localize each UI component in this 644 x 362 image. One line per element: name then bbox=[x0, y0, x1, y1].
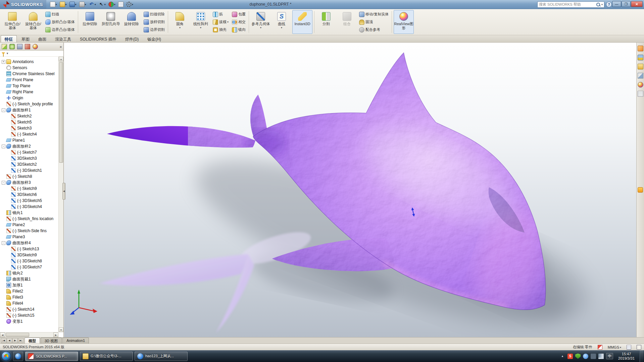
print-button[interactable]: ▾ bbox=[78, 1, 87, 8]
ribbon-button-refgeom[interactable]: 参考几何体▾ bbox=[251, 10, 271, 34]
command-tab-5[interactable]: 焊件(D) bbox=[121, 35, 143, 42]
start-button[interactable] bbox=[1, 351, 11, 361]
feature-tree-item[interactable]: 镜向1 bbox=[1, 210, 58, 216]
filter-dropdown-icon[interactable]: ▼ bbox=[6, 52, 9, 55]
ribbon-button-hole-wizard[interactable]: 异型孔向导 bbox=[101, 10, 121, 34]
scroll-right-icon[interactable]: ▶ bbox=[53, 332, 58, 337]
ribbon-button-boss-revolve[interactable]: 旋转凸台/基体 bbox=[23, 10, 43, 34]
rebuild-button[interactable]: ▾ bbox=[107, 1, 116, 8]
tree-expander-icon[interactable]: - bbox=[2, 145, 5, 148]
feature-tree-item[interactable]: 3DSketch9 bbox=[1, 252, 58, 258]
scroll-down-icon[interactable]: ▼ bbox=[59, 327, 63, 332]
ribbon-button-realview[interactable]: RealView图形 bbox=[394, 10, 414, 34]
feature-tree-item[interactable]: Origin bbox=[1, 95, 58, 101]
feature-tree-item[interactable]: 镜向2 bbox=[1, 270, 58, 276]
feature-tree-item[interactable]: (-) 3DSketch7 bbox=[1, 264, 58, 270]
ribbon-button-curves[interactable]: 曲线▾ bbox=[271, 10, 292, 34]
model-tab-nav-0[interactable]: |◀ bbox=[1, 338, 6, 343]
feature-tree-item[interactable]: (-) Sketch13 bbox=[1, 246, 58, 252]
feature-tree-item[interactable]: (-) Sketch8 bbox=[1, 173, 58, 179]
ribbon-button-materef[interactable]: 配合参考 bbox=[358, 26, 390, 34]
taskbar-app-0[interactable]: SOLIDWORKS P... bbox=[25, 352, 78, 361]
displaymanager-tab-icon[interactable] bbox=[33, 44, 38, 49]
feature-tree-item[interactable]: (-) Sketch-Side fins bbox=[1, 228, 58, 234]
ribbon-button-draft[interactable]: 拔模▾ bbox=[211, 18, 230, 26]
model-tab-nav-1[interactable]: ◀ bbox=[7, 338, 12, 343]
ribbon-button-movecopy[interactable]: 移动/复制实体 bbox=[358, 11, 390, 18]
ribbon-button-cut-sweep[interactable]: 扫描切除 bbox=[142, 11, 166, 18]
dropdown-arrow-icon[interactable]: ▾ bbox=[200, 26, 201, 29]
ribbon-button-wrap[interactable]: 包覆 bbox=[231, 11, 247, 18]
dropdown-arrow-icon[interactable]: ▾ bbox=[281, 26, 282, 29]
minimize-button[interactable]: — bbox=[612, 1, 621, 7]
dropdown-arrow-icon[interactable]: ▾ bbox=[114, 3, 115, 6]
shield-icon[interactable] bbox=[575, 354, 581, 359]
featuremanager-tab-icon[interactable] bbox=[2, 44, 7, 49]
taskbar-app-1[interactable]: G:\微信公众号\3-... bbox=[80, 352, 133, 361]
feature-tree-item[interactable]: Plane2 bbox=[1, 222, 58, 228]
feature-tree-item[interactable]: (-) 3DSketch4 bbox=[1, 204, 58, 210]
ribbon-button-loft[interactable]: 放样凸台/基体 bbox=[44, 18, 76, 26]
dropdown-arrow-icon[interactable]: ▾ bbox=[179, 26, 181, 29]
ribbon-button-fillet[interactable]: 圆角▾ bbox=[170, 10, 190, 34]
file-explorer-icon[interactable] bbox=[638, 64, 643, 69]
feature-tree-item[interactable]: (-) 3DSketch5 bbox=[1, 198, 58, 204]
task-pane-extra-icon[interactable] bbox=[638, 187, 643, 193]
feature-tree-item[interactable]: (-) Sketch_fins location bbox=[1, 216, 58, 222]
taskbar-app-2[interactable]: hao123_上网从... bbox=[135, 352, 188, 361]
dropdown-arrow-icon[interactable]: ▾ bbox=[227, 20, 229, 23]
feature-tree-item[interactable]: -曲面放样4 bbox=[1, 240, 58, 246]
dropdown-arrow-icon[interactable]: ▾ bbox=[85, 3, 86, 6]
command-tab-6[interactable]: 钣金(H) bbox=[143, 35, 165, 42]
model-tab-0[interactable]: 模型 bbox=[24, 338, 40, 344]
feature-tree-item[interactable]: 3DSketch6 bbox=[1, 192, 58, 198]
dropdown-arrow-icon[interactable]: ▾ bbox=[260, 26, 261, 29]
feature-tree-item[interactable]: 3DSketch3 bbox=[1, 155, 58, 161]
tree-horizontal-scrollbar[interactable]: ◀ ▶ bbox=[0, 332, 58, 337]
feature-tree-item[interactable]: 变形1 bbox=[1, 318, 58, 324]
ribbon-button-cut-loft[interactable]: 放样切割 bbox=[142, 18, 166, 26]
design-library-icon[interactable] bbox=[638, 55, 643, 60]
ribbon-button-intersect[interactable]: 相交 bbox=[231, 18, 247, 26]
feature-tree-item[interactable]: Fillet2 bbox=[1, 288, 58, 294]
feature-tree-item[interactable]: Sketch5 bbox=[1, 119, 58, 125]
feature-tree-item[interactable]: 3DSketch2 bbox=[1, 161, 58, 167]
feature-tree-item[interactable]: -曲面放样2 bbox=[1, 143, 58, 149]
select-button[interactable]: ▾ bbox=[98, 1, 107, 8]
dropdown-arrow-icon[interactable]: ▾ bbox=[132, 3, 133, 6]
scroll-up-icon[interactable]: ▲ bbox=[59, 57, 63, 61]
model-tab-nav-3[interactable]: ▶| bbox=[18, 338, 23, 343]
maximize-button[interactable]: ❐ bbox=[622, 1, 631, 7]
dropdown-arrow-icon[interactable]: ▾ bbox=[75, 3, 77, 6]
scroll-left-icon[interactable]: ◀ bbox=[0, 332, 5, 337]
feature-tree-item[interactable]: Fillet4 bbox=[1, 300, 58, 306]
feature-tree-item[interactable]: (-) Sketch9 bbox=[1, 186, 58, 192]
undo-button[interactable]: ▾ bbox=[88, 1, 97, 8]
appearances-icon[interactable] bbox=[638, 82, 643, 88]
tree-expander-icon[interactable]: + bbox=[2, 60, 5, 64]
ribbon-button-cut-revolve[interactable]: 旋转切除 bbox=[121, 10, 142, 34]
ribbon-button-sweep[interactable]: 扫描 bbox=[44, 11, 76, 18]
dropdown-arrow-icon[interactable]: ▾ bbox=[56, 3, 57, 6]
new-button[interactable]: ▾ bbox=[49, 1, 58, 8]
model-tab-1[interactable]: 3D 视图 bbox=[41, 338, 62, 344]
dropdown-arrow-icon[interactable]: ▾ bbox=[104, 3, 106, 6]
status-sheet-icon[interactable] bbox=[627, 345, 631, 350]
ribbon-button-cut-boundary[interactable]: 边界切割 bbox=[142, 26, 166, 34]
command-tab-0[interactable]: 特征 bbox=[1, 35, 17, 42]
custom-properties-icon[interactable] bbox=[638, 91, 643, 97]
view-palette-icon[interactable] bbox=[638, 73, 643, 79]
ribbon-button-cut-extrude[interactable]: 拉伸切除 bbox=[80, 10, 100, 34]
units-selector[interactable]: MMGS ▾ bbox=[608, 345, 621, 349]
graphics-viewport[interactable] bbox=[64, 43, 636, 337]
help-search-box[interactable]: 搜索 SOLIDWORKS 帮助 ▾ bbox=[537, 1, 604, 8]
cloud-icon[interactable] bbox=[583, 354, 588, 359]
feature-tree-item[interactable]: Sketch2 bbox=[1, 113, 58, 119]
show-desktop-button[interactable] bbox=[640, 350, 643, 362]
tray-expand-icon[interactable]: ▲ bbox=[560, 354, 565, 359]
configurationmanager-tab-icon[interactable] bbox=[17, 44, 22, 49]
command-tab-4[interactable]: SOLIDWORKS 插件 bbox=[76, 35, 120, 42]
dimxpertmanager-tab-icon[interactable] bbox=[25, 44, 30, 49]
feature-tree-item[interactable]: (-) Sketch14 bbox=[1, 306, 58, 312]
feature-tree-item[interactable]: Sketch3 bbox=[1, 125, 58, 131]
